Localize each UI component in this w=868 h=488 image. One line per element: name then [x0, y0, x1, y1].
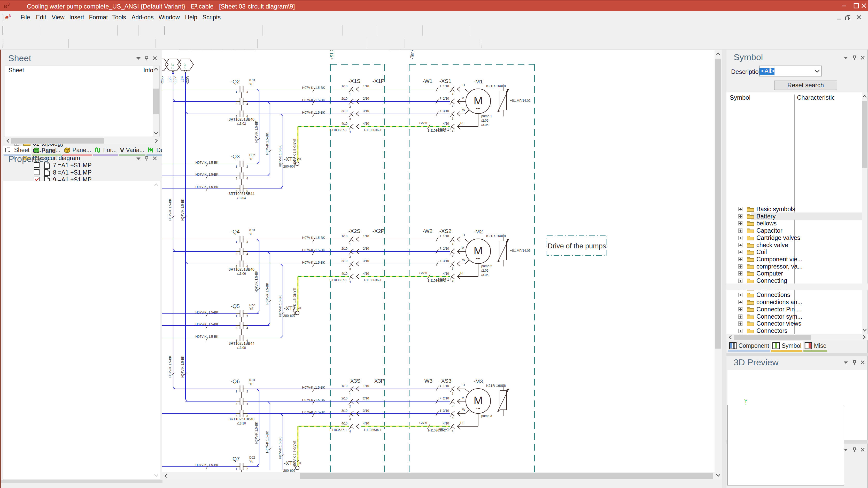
svg-text:W: W [462, 408, 465, 412]
svg-text:YE: YE [249, 382, 253, 386]
svg-text:+S1.MP/14.05: +S1.MP/14.05 [510, 249, 531, 253]
svg-text:4/10: 4/10 [342, 422, 348, 425]
svg-text:4: 4 [246, 253, 248, 256]
svg-text:1.5-BK: 1.5-BK [315, 398, 325, 402]
svg-text:4/10: 4/10 [363, 272, 369, 275]
svg-text:-Q5: -Q5 [231, 303, 240, 309]
svg-text:4/10: 4/10 [342, 272, 348, 275]
svg-text:3: 3 [236, 177, 237, 180]
svg-text:280-607: 280-607 [283, 469, 296, 472]
svg-text:1/10: 1/10 [443, 234, 449, 238]
svg-text:V: V [462, 396, 464, 400]
svg-text:2/10: 2/10 [363, 97, 369, 100]
svg-text:/3.05: /3.05 [481, 273, 489, 277]
svg-text:1-1103637-1: 1-1103637-1 [329, 128, 347, 132]
svg-text:K21R-160L8: K21R-160L8 [486, 84, 506, 88]
svg-text:1.5-BK: 1.5-BK [209, 335, 219, 338]
svg-text:H07V-K 1.5-BK: H07V-K 1.5-BK [181, 356, 184, 378]
svg-text:/13.10: /13.10 [237, 422, 246, 425]
svg-text:1: 1 [440, 234, 441, 237]
svg-text:H07V-K: H07V-K [302, 249, 313, 252]
svg-text:/3.05: /3.05 [481, 123, 489, 127]
svg-text:PE: PE [460, 271, 465, 275]
svg-text:3: 3 [440, 259, 441, 262]
svg-text:PE: PE [460, 121, 465, 125]
svg-text:2/10: 2/10 [443, 397, 449, 400]
svg-text:1.5-BK: 1.5-BK [209, 311, 219, 314]
svg-text:3/10: 3/10 [443, 109, 449, 113]
svg-text:L3F: L3F [180, 76, 184, 83]
svg-text:pump 1: pump 1 [481, 115, 492, 118]
svg-text:1-1103636-1: 1-1103636-1 [364, 278, 381, 282]
svg-text:H07V-K: H07V-K [302, 236, 313, 239]
svg-text:H07V-K 1.5-BK: H07V-K 1.5-BK [278, 145, 282, 167]
svg-text:/2.05: /2.05 [481, 269, 489, 272]
svg-text:1.5-BK: 1.5-BK [315, 249, 325, 252]
svg-text:1/10: 1/10 [443, 384, 449, 388]
svg-text:H07V-K: H07V-K [302, 398, 313, 402]
svg-text:-X2S: -X2S [348, 228, 361, 234]
svg-text:1.5-BK: 1.5-BK [315, 236, 325, 239]
svg-text:1.5-BK: 1.5-BK [315, 261, 325, 264]
svg-text:H07V-K: H07V-K [195, 335, 207, 338]
svg-text:3: 3 [452, 117, 454, 120]
svg-text:2: 2 [349, 255, 351, 258]
svg-text:1: 1 [236, 315, 237, 318]
svg-text:4: 4 [349, 280, 351, 283]
svg-text:-W3: -W3 [423, 378, 433, 384]
svg-text:3RT10251BB40: 3RT10251BB40 [228, 117, 254, 121]
svg-text:2: 2 [452, 104, 454, 108]
svg-text:3: 3 [236, 102, 237, 106]
svg-text:H07V-K: H07V-K [195, 311, 207, 314]
svg-text:-X1P: -X1P [373, 78, 385, 84]
svg-text:3RT10251BB44: 3RT10251BB44 [228, 341, 254, 346]
svg-text:-Tank: -Tank [410, 50, 414, 59]
svg-text:1/10: 1/10 [363, 85, 369, 88]
svg-text:H07V-K 1.5-BK: H07V-K 1.5-BK [266, 431, 269, 453]
svg-text:1: 1 [236, 390, 237, 393]
svg-text:H07V-K 1.5-BK: H07V-K 1.5-BK [278, 295, 282, 317]
svg-text:+S1.MP/14.02: +S1.MP/14.02 [510, 99, 531, 102]
svg-text:0.31: 0.31 [249, 78, 255, 82]
svg-text:4: 4 [349, 130, 351, 133]
svg-text:H07V-K: H07V-K [195, 161, 207, 164]
svg-text:/2.05: /2.05 [481, 119, 489, 122]
svg-text:-W2: -W2 [423, 228, 433, 234]
svg-text:-X3S: -X3S [348, 378, 361, 384]
svg-text:2: 2 [246, 240, 248, 243]
svg-text:H07V-K: H07V-K [302, 386, 313, 389]
svg-text:7.17: 7.17 [183, 63, 187, 69]
svg-text:1/10: 1/10 [363, 234, 369, 238]
svg-text:3/10: 3/10 [443, 409, 449, 413]
svg-text:1.5-BK: 1.5-BK [209, 323, 219, 326]
svg-text:1/10: 1/10 [363, 384, 369, 388]
svg-text:-X1S: -X1S [348, 78, 361, 84]
svg-text:8: 8 [300, 462, 301, 464]
svg-text:H07V-K 1.5-BK: H07V-K 1.5-BK [168, 199, 172, 221]
svg-text:3/10: 3/10 [342, 109, 348, 113]
svg-text:1-1103636-1: 1-1103636-1 [364, 428, 381, 432]
svg-text:3/10: 3/10 [363, 109, 369, 113]
svg-text:H07V-K: H07V-K [302, 86, 313, 90]
svg-text:1/10: 1/10 [342, 384, 348, 388]
svg-text:H07V-K: H07V-K [302, 411, 313, 414]
svg-text:3/10: 3/10 [443, 259, 449, 263]
svg-text:3: 3 [440, 109, 441, 112]
svg-text:H07V-K: H07V-K [302, 98, 313, 102]
svg-text:K21R-160L8: K21R-160L8 [486, 234, 506, 238]
svg-text:-Q2: -Q2 [231, 78, 240, 85]
svg-text:GNYE: GNYE [419, 121, 428, 125]
svg-text:-Q6: -Q6 [231, 378, 240, 384]
svg-text:1: 1 [349, 392, 351, 396]
svg-text:3: 3 [349, 118, 351, 121]
svg-text:1/10: 1/10 [342, 234, 348, 238]
svg-text:-M1: -M1 [473, 78, 483, 85]
svg-text:1: 1 [452, 392, 454, 395]
svg-text:-XS2: -XS2 [439, 228, 452, 234]
svg-text:4: 4 [246, 402, 248, 405]
svg-text:1: 1 [440, 384, 441, 387]
svg-text:PE: PE [460, 421, 465, 425]
svg-text:YE: YE [249, 307, 253, 311]
svg-text:/13.08: /13.08 [237, 346, 246, 350]
svg-text:U: U [462, 383, 465, 387]
